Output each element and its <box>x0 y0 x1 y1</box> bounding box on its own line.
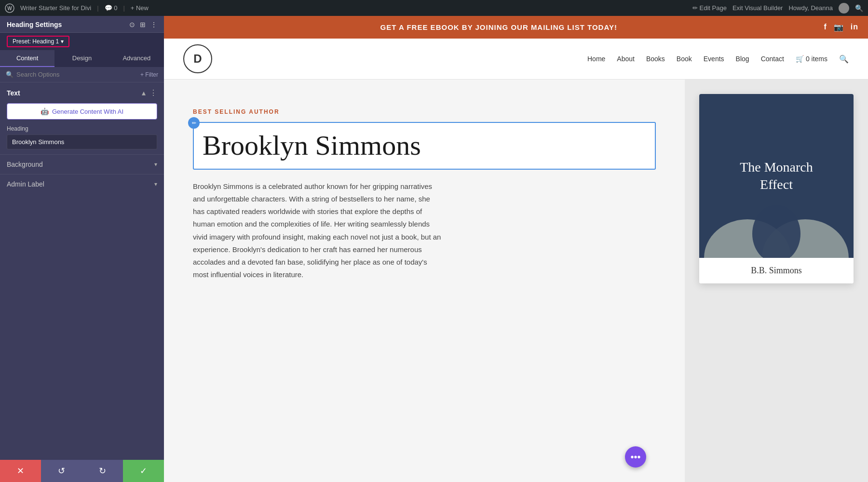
panel-header-icons: ⊙ ⊞ ⋮ <box>129 21 157 28</box>
nav-about[interactable]: About <box>617 55 635 63</box>
panel-header: Heading Settings ⊙ ⊞ ⋮ <box>0 16 164 33</box>
site-banner: GET A FREE EBOOK BY JOINING OUR MAILING … <box>164 16 868 39</box>
panel-content: Text ▴ ⋮ 🤖 Generate Content With AI Head… <box>0 82 164 460</box>
ai-icon: 🤖 <box>41 107 49 115</box>
heading-box[interactable]: ✏ Brooklyn Simmons <box>193 122 656 170</box>
nav-events[interactable]: Events <box>704 55 724 63</box>
book-cover: The Monarch Effect <box>699 94 854 258</box>
main-layout: Heading Settings ⊙ ⊞ ⋮ Preset: Heading 1… <box>0 16 868 482</box>
admin-label-section[interactable]: Admin Label ▾ <box>0 174 164 194</box>
redo-button[interactable]: ↻ <box>82 460 123 482</box>
heading-field-group: Heading <box>0 125 164 154</box>
tab-design[interactable]: Design <box>54 50 109 67</box>
svg-text:W: W <box>7 6 12 11</box>
chevron-down-icon: ▾ <box>154 181 157 187</box>
panel-search: 🔍 + Filter <box>0 67 164 82</box>
admin-bar-left: W Writer Starter Site for Divi | 💬 0 | +… <box>5 3 686 13</box>
preset-bar: Preset: Heading 1 ▾ <box>0 33 164 50</box>
tab-content[interactable]: Content <box>0 50 54 67</box>
save-button[interactable]: ✓ <box>123 460 164 482</box>
book-sidebar: The Monarch Effect B.B. Simmons <box>685 80 868 482</box>
search-icon[interactable]: 🔍 <box>855 4 863 12</box>
bottom-toolbar: ✕ ↺ ↻ ✓ <box>0 460 164 482</box>
expand-icon[interactable]: ▴ <box>142 88 146 97</box>
admin-bar-right: ✏ Edit Page Exit Visual Builder Howdy, D… <box>692 3 863 13</box>
site-name-link[interactable]: Writer Starter Site for Divi <box>20 4 91 12</box>
columns-icon[interactable]: ⊞ <box>140 21 146 28</box>
redo-icon: ↻ <box>99 466 106 476</box>
undo-button[interactable]: ↺ <box>41 460 82 482</box>
focus-icon[interactable]: ⊙ <box>129 21 135 28</box>
nav-cart[interactable]: 🛒 0 items <box>796 55 827 63</box>
panel-title: Heading Settings <box>7 21 62 28</box>
site-nav: D Home About Books Book Events Blog Cont… <box>164 39 868 80</box>
new-link[interactable]: + New <box>131 4 149 12</box>
admin-bar: W Writer Starter Site for Divi | 💬 0 | +… <box>0 0 868 16</box>
nav-books[interactable]: Books <box>646 55 665 63</box>
save-icon: ✓ <box>140 466 147 476</box>
banner-social: f 📷 in <box>824 23 858 32</box>
edit-icon[interactable]: ✏ <box>188 117 200 129</box>
nav-contact[interactable]: Contact <box>761 55 784 63</box>
left-panel: Heading Settings ⊙ ⊞ ⋮ Preset: Heading 1… <box>0 16 164 482</box>
book-author: B.B. Simmons <box>699 258 854 283</box>
heading-text: Brooklyn Simmons <box>203 130 646 162</box>
text-section-title: Text <box>7 89 20 97</box>
nav-search-icon[interactable]: 🔍 <box>839 54 849 64</box>
nav-book[interactable]: Book <box>677 55 692 63</box>
search-icon: 🔍 <box>6 71 14 78</box>
comments-link[interactable]: 💬 0 <box>105 4 118 12</box>
page-main: BEST SELLING AUTHOR ✏ Brooklyn Simmons B… <box>164 80 685 482</box>
site-logo: D <box>183 44 212 73</box>
banner-text: GET A FREE EBOOK BY JOINING OUR MAILING … <box>380 23 617 31</box>
admin-label-label: Admin Label <box>7 180 44 188</box>
cancel-icon: ✕ <box>17 466 24 476</box>
more-icon[interactable]: ⋮ <box>150 21 157 28</box>
filter-button[interactable]: + Filter <box>140 71 158 78</box>
edit-page-link[interactable]: ✏ Edit Page <box>692 4 727 12</box>
avatar <box>839 3 849 13</box>
chevron-down-icon: ▾ <box>61 38 64 45</box>
fab-button[interactable]: ••• <box>625 446 646 468</box>
dots-icon: ••• <box>630 452 640 463</box>
nav-links: Home About Books Book Events Blog Contac… <box>587 54 849 64</box>
ai-generate-button[interactable]: 🤖 Generate Content With AI <box>7 103 157 120</box>
nav-home[interactable]: Home <box>587 55 605 63</box>
book-card: The Monarch Effect B.B. Simmons <box>699 94 854 283</box>
panel-tabs: Content Design Advanced <box>0 50 164 67</box>
bio-text: Brooklyn Simmons is a celebrated author … <box>193 180 444 281</box>
heading-label: Heading <box>7 125 157 132</box>
undo-icon: ↺ <box>58 466 65 476</box>
background-section[interactable]: Background ▾ <box>0 154 164 174</box>
svg-point-4 <box>752 205 800 258</box>
preset-button[interactable]: Preset: Heading 1 ▾ <box>7 36 69 47</box>
wp-logo-icon: W <box>5 3 14 13</box>
background-label: Background <box>7 161 43 168</box>
nav-blog[interactable]: Blog <box>736 55 749 63</box>
howdy-text: Howdy, Deanna <box>788 4 833 12</box>
cancel-button[interactable]: ✕ <box>0 460 41 482</box>
page-body: BEST SELLING AUTHOR ✏ Brooklyn Simmons B… <box>164 80 868 482</box>
text-section-header: Text ▴ ⋮ <box>0 82 164 101</box>
facebook-icon[interactable]: f <box>824 23 827 32</box>
cart-icon: 🛒 <box>796 55 804 63</box>
section-icons: ▴ ⋮ <box>142 88 157 97</box>
book-title: The Monarch Effect <box>730 159 823 194</box>
bestseller-label: BEST SELLING AUTHOR <box>193 108 656 115</box>
chevron-down-icon: ▾ <box>154 161 157 168</box>
linkedin-icon[interactable]: in <box>851 23 858 32</box>
heading-input[interactable] <box>7 134 157 149</box>
exit-builder-link[interactable]: Exit Visual Builder <box>732 4 783 12</box>
content-area: GET A FREE EBOOK BY JOINING OUR MAILING … <box>164 16 868 482</box>
more-options-icon[interactable]: ⋮ <box>149 88 157 97</box>
tab-advanced[interactable]: Advanced <box>109 50 164 67</box>
instagram-icon[interactable]: 📷 <box>834 23 844 32</box>
search-input[interactable] <box>16 71 137 78</box>
